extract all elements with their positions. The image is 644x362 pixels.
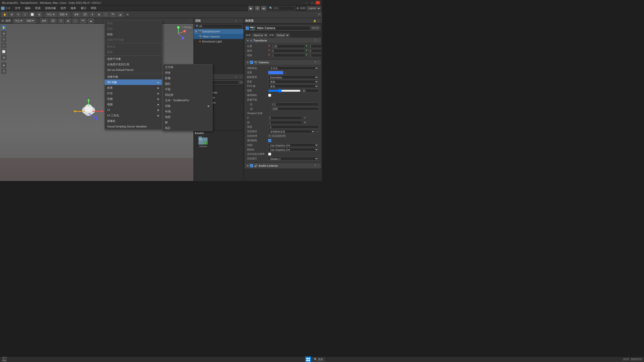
camera-enabled-checkbox[interactable] <box>250 61 253 64</box>
view-2d[interactable]: 2D <box>82 12 89 17</box>
sub-plane[interactable]: 平面 <box>163 86 212 92</box>
maximize-btn[interactable]: □ <box>310 1 314 5</box>
scene-fx-btn[interactable]: ⬚ <box>72 18 78 23</box>
rect-tool[interactable]: ⬜ <box>29 12 35 17</box>
minimize-btn[interactable]: ─ <box>304 1 309 5</box>
project-more-icon[interactable]: ⋮ <box>238 75 242 79</box>
ctx-delete[interactable]: 删除 <box>105 49 162 55</box>
scene-light-btn[interactable]: ☀ <box>58 18 64 23</box>
scene-view-btn[interactable]: ⊞▼ <box>40 18 48 23</box>
ctx-effects[interactable]: 效果 ▶ <box>105 85 162 90</box>
sub-ragdoll[interactable]: 布偶... <box>163 109 212 114</box>
obj-active-checkbox[interactable] <box>246 27 249 30</box>
search-input[interactable] <box>274 7 294 10</box>
audio-btn[interactable]: ◈ <box>96 12 102 17</box>
target-display-select[interactable]: Display 1 <box>268 157 319 160</box>
play-button[interactable]: ▶ <box>248 6 253 11</box>
sub-terrain[interactable]: 地形 <box>163 114 212 120</box>
global-btn[interactable]: 局部▼ <box>58 12 69 17</box>
obj-name-input[interactable] <box>256 26 310 30</box>
audio-more-icon[interactable]: ⋮ <box>317 164 319 167</box>
scl-y-input[interactable] <box>309 54 322 57</box>
scene-tool-extra1[interactable]: ◈ <box>1 62 7 68</box>
clear-flags-select[interactable]: 天空盒 <box>268 66 319 70</box>
scene-rotate-tool[interactable]: ↻ <box>1 37 7 42</box>
sub-cube[interactable]: 立方体 <box>163 64 212 70</box>
audio-listener-header[interactable]: ▼ 🔊 Audio Listener ? ⋮ <box>245 163 321 168</box>
sub-cylinder[interactable]: 圆柱 <box>163 81 212 86</box>
fov-value-input[interactable] <box>302 89 319 93</box>
hier-sample-scene[interactable]: ▼ 🎬 SampleScene* <box>194 29 244 34</box>
fov-axis-select[interactable]: 垂直 <box>268 84 319 88</box>
transform-more-icon[interactable]: ⋮ <box>317 39 319 42</box>
folder-scenes[interactable]: ✓ Scenes <box>197 138 209 148</box>
top-search-bar[interactable]: 🔍 <box>268 6 295 11</box>
scene-center-btn[interactable]: 中心▼ <box>13 18 24 23</box>
inspector-more-icon[interactable]: ⋮ <box>317 19 320 23</box>
clip-near-input[interactable] <box>271 103 319 106</box>
depth-input[interactable] <box>268 125 319 129</box>
ctx-3d-objects[interactable]: 3D 对象 ▶ <box>105 79 162 85</box>
clip-far-input[interactable] <box>271 107 319 111</box>
move-tool[interactable]: ⊕ <box>9 12 15 17</box>
scene-cam-btn[interactable]: 📷 <box>80 18 86 23</box>
sub-quad[interactable]: 四边形 <box>163 92 212 98</box>
fov-slider[interactable] <box>268 89 301 92</box>
hdr-select[interactable]: Use Graphics S▼ <box>268 143 319 147</box>
occlusion-checkbox[interactable] <box>268 139 271 142</box>
pause-button[interactable]: ⏸ <box>255 6 260 11</box>
ctx-paste[interactable]: 粘贴 <box>105 31 162 37</box>
culling-select[interactable]: Everything <box>268 75 319 79</box>
menu-assets[interactable]: 资源 <box>33 6 43 11</box>
titlebar-controls[interactable]: ─ □ ✕ <box>304 1 320 5</box>
scene-options-icon[interactable]: ⋮ <box>188 19 192 23</box>
transform-help-icon[interactable]: ? <box>314 39 316 42</box>
ctx-cut[interactable]: 剪切 <box>105 20 162 26</box>
hierarchy-add-icon[interactable]: + <box>234 19 238 23</box>
camera-btn[interactable]: 📷 <box>110 12 116 17</box>
scene-audio-btn[interactable]: ◈ <box>65 18 71 23</box>
ctx-audio[interactable]: 音频 ▶ <box>105 96 162 102</box>
lighting-btn[interactable]: ☀ <box>90 12 95 17</box>
viewport-x-input[interactable] <box>268 116 302 120</box>
render-path-arrow[interactable]: → <box>316 130 319 133</box>
ctx-camera[interactable]: 摄像机 <box>105 118 162 124</box>
rotate-tool[interactable]: ↻ <box>16 12 21 17</box>
transform-header[interactable]: ▼ ⊕ Transform ? ⋮ <box>245 38 321 43</box>
ctx-default-parent[interactable]: Set as Default Parent <box>105 67 162 73</box>
layer-select[interactable]: Default <box>275 33 290 37</box>
projection-select[interactable]: 透视 <box>268 80 319 83</box>
physical-cam-checkbox[interactable] <box>268 94 271 97</box>
scale-tool[interactable]: ⬡ <box>22 12 28 17</box>
scene-move-tool[interactable]: ⊕ <box>1 31 7 36</box>
ctx-ui[interactable]: UI ▶ <box>105 107 162 113</box>
scene-hand-tool[interactable]: ✋ <box>1 25 7 30</box>
sub-legacy[interactable]: 旧版 ▶ <box>163 103 212 109</box>
tag-select[interactable]: MainCar <box>252 33 268 37</box>
dynamic-res-checkbox[interactable] <box>268 153 271 156</box>
sub-tree[interactable]: 树 <box>163 120 212 125</box>
scene-tab-label[interactable]: 场景 <box>5 19 11 23</box>
scene-local-btn[interactable]: 局部▼ <box>25 18 36 23</box>
menu-services[interactable]: 服务 <box>69 6 78 11</box>
bg-color-swatch[interactable] <box>268 71 283 74</box>
sky-btn[interactable]: ☁ <box>117 12 123 17</box>
ctx-select-children[interactable]: 选择子对象 <box>105 56 162 62</box>
menu-component[interactable]: 组件 <box>59 6 68 11</box>
ctx-find-ref[interactable]: 在场景中直找引用 <box>105 62 162 67</box>
sub-sphere[interactable]: 球体 <box>163 70 212 75</box>
hier-directional-light[interactable]: ☀ Directional Light <box>194 39 244 44</box>
audio-enabled-checkbox[interactable] <box>250 164 253 167</box>
render-path-select[interactable]: 使用图形设置 <box>268 130 315 133</box>
sub-windzone[interactable]: 风区 <box>163 125 212 131</box>
scene-2d-btn[interactable]: 2D <box>50 18 57 23</box>
ctx-lighting[interactable]: 灯光 ▶ <box>105 90 162 96</box>
ctx-create-obj[interactable]: 创建对象 <box>105 74 162 79</box>
msaa-select[interactable]: Use Graphics S▼ <box>268 148 319 151</box>
fx-btn[interactable]: ⬚ <box>103 12 109 17</box>
hand-tool[interactable]: ✋ <box>2 12 8 17</box>
bg-arrow-icon[interactable]: → <box>284 71 287 74</box>
layout-select[interactable]: Layout <box>307 6 321 11</box>
inspector-lock-icon[interactable]: 🔒 <box>313 19 316 23</box>
ctx-copy[interactable]: 复制 <box>105 26 162 31</box>
